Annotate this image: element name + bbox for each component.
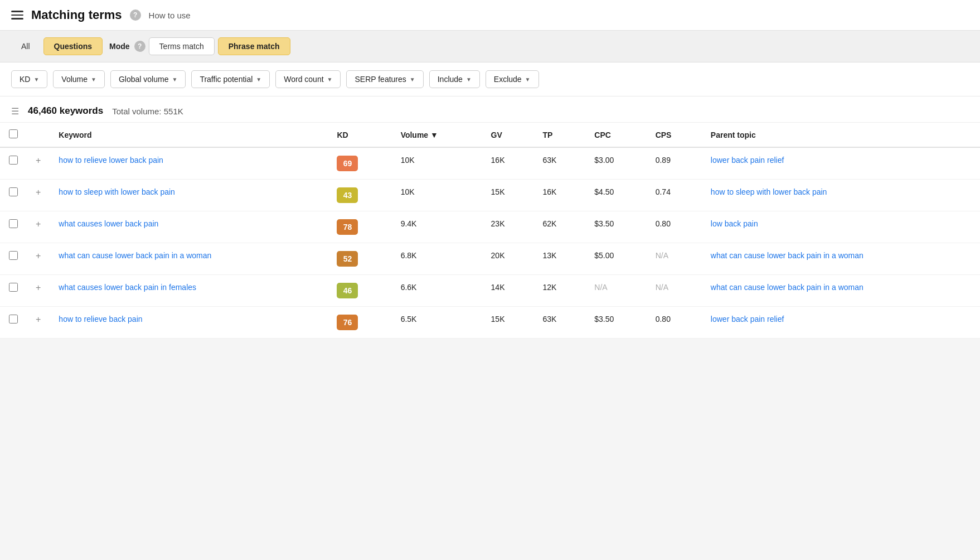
keyword-link-5[interactable]: how to relieve back pain xyxy=(59,315,142,324)
table-header-row: Keyword KD Volume ▼ GV TP CPC CPS Parent… xyxy=(0,123,980,147)
table-container: Keyword KD Volume ▼ GV TP CPC CPS Parent… xyxy=(0,123,980,339)
row-cps-cell: 0.80 xyxy=(647,307,702,339)
row-add-button-5[interactable]: + xyxy=(36,315,41,325)
page-title: Matching terms xyxy=(31,8,122,22)
mode-help-icon[interactable]: ? xyxy=(134,41,145,52)
filter-exclude[interactable]: Exclude ▼ xyxy=(486,70,539,88)
parent-topic-link-2[interactable]: low back pain xyxy=(711,219,758,228)
row-tp-cell: 63K xyxy=(533,147,585,180)
row-plus-cell: + xyxy=(27,211,50,243)
row-checkbox-0[interactable] xyxy=(9,156,18,165)
row-keyword-cell: what causes lower back pain in females xyxy=(50,275,328,307)
serp-features-dropdown-arrow: ▼ xyxy=(410,76,415,83)
tabs-bar: All Questions Mode ? Terms match Phrase … xyxy=(0,31,980,62)
volume-dropdown-arrow: ▼ xyxy=(91,76,96,83)
table-row: +how to relieve back pain766.5K15K63K$3.… xyxy=(0,307,980,339)
filter-volume-label: Volume xyxy=(61,75,88,84)
tab-questions[interactable]: Questions xyxy=(43,37,103,55)
row-checkbox-cell xyxy=(0,243,27,275)
row-checkbox-5[interactable] xyxy=(9,315,18,324)
row-cpc-cell: $3.50 xyxy=(585,307,646,339)
row-add-button-4[interactable]: + xyxy=(36,283,41,293)
include-dropdown-arrow: ▼ xyxy=(466,76,472,83)
keyword-link-3[interactable]: what can cause lower back pain in a woma… xyxy=(59,251,211,260)
row-keyword-cell: how to relieve back pain xyxy=(50,307,328,339)
tab-terms-match[interactable]: Terms match xyxy=(149,37,215,55)
row-gv-cell: 14K xyxy=(482,275,534,307)
col-header-parent-topic: Parent topic xyxy=(702,123,980,147)
col-header-gv: GV xyxy=(482,123,534,147)
col-header-kd: KD xyxy=(328,123,391,147)
keyword-link-2[interactable]: what causes lower back pain xyxy=(59,219,158,228)
parent-topic-link-5[interactable]: lower back pain relief xyxy=(711,315,784,324)
col-header-checkbox xyxy=(0,123,27,147)
parent-topic-link-3[interactable]: what can cause lower back pain in a woma… xyxy=(711,251,863,260)
row-checkbox-2[interactable] xyxy=(9,219,18,228)
filter-include-label: Include xyxy=(438,75,463,84)
parent-topic-link-4[interactable]: what can cause lower back pain in a woma… xyxy=(711,283,863,292)
row-checkbox-cell xyxy=(0,275,27,307)
row-plus-cell: + xyxy=(27,307,50,339)
col-header-keyword: Keyword xyxy=(50,123,328,147)
row-add-button-0[interactable]: + xyxy=(36,156,41,166)
row-tp-cell: 62K xyxy=(533,211,585,243)
row-tp-cell: 16K xyxy=(533,180,585,211)
row-kd-cell: 78 xyxy=(328,211,391,243)
row-add-button-1[interactable]: + xyxy=(36,187,41,197)
sort-icon[interactable]: ☰ xyxy=(11,106,19,117)
col-header-volume[interactable]: Volume ▼ xyxy=(392,123,482,147)
parent-topic-link-0[interactable]: lower back pain relief xyxy=(711,156,784,165)
keyword-link-4[interactable]: what causes lower back pain in females xyxy=(59,283,196,292)
kd-badge-5: 76 xyxy=(337,315,358,330)
keyword-link-0[interactable]: how to relieve lower back pain xyxy=(59,156,163,165)
row-plus-cell: + xyxy=(27,180,50,211)
row-cps-cell: 0.89 xyxy=(647,147,702,180)
tab-phrase-match[interactable]: Phrase match xyxy=(218,37,290,55)
row-checkbox-1[interactable] xyxy=(9,187,18,196)
row-cps-cell: N/A xyxy=(647,243,702,275)
hamburger-icon[interactable] xyxy=(11,11,23,20)
row-add-button-2[interactable]: + xyxy=(36,219,41,229)
tab-all[interactable]: All xyxy=(11,38,40,55)
row-parent-topic-cell: lower back pain relief xyxy=(702,307,980,339)
row-tp-cell: 63K xyxy=(533,307,585,339)
row-cps-cell: 0.74 xyxy=(647,180,702,211)
parent-topic-link-1[interactable]: how to sleep with lower back pain xyxy=(711,187,827,196)
mode-label: Mode xyxy=(109,42,130,51)
keyword-link-1[interactable]: how to sleep with lower back pain xyxy=(59,187,175,196)
row-add-button-3[interactable]: + xyxy=(36,251,41,261)
filter-include[interactable]: Include ▼ xyxy=(429,70,480,88)
filter-volume[interactable]: Volume ▼ xyxy=(53,70,105,88)
row-kd-cell: 43 xyxy=(328,180,391,211)
select-all-checkbox[interactable] xyxy=(9,129,18,138)
row-cps-cell: 0.80 xyxy=(647,211,702,243)
how-to-use-link[interactable]: How to use xyxy=(149,11,191,20)
row-checkbox-3[interactable] xyxy=(9,251,18,260)
row-parent-topic-cell: what can cause lower back pain in a woma… xyxy=(702,243,980,275)
help-icon[interactable]: ? xyxy=(130,9,141,21)
table-row: +what can cause lower back pain in a wom… xyxy=(0,243,980,275)
filter-serp-features[interactable]: SERP features ▼ xyxy=(346,70,423,88)
row-cpc-cell: $3.50 xyxy=(585,211,646,243)
row-keyword-cell: how to relieve lower back pain xyxy=(50,147,328,180)
row-keyword-cell: how to sleep with lower back pain xyxy=(50,180,328,211)
row-checkbox-4[interactable] xyxy=(9,283,18,292)
row-checkbox-cell xyxy=(0,147,27,180)
row-cps-cell: N/A xyxy=(647,275,702,307)
row-gv-cell: 23K xyxy=(482,211,534,243)
table-row: +what causes lower back pain in females4… xyxy=(0,275,980,307)
keywords-table: Keyword KD Volume ▼ GV TP CPC CPS Parent… xyxy=(0,123,980,339)
row-kd-cell: 76 xyxy=(328,307,391,339)
filter-traffic-potential[interactable]: Traffic potential ▼ xyxy=(191,70,270,88)
filter-global-volume[interactable]: Global volume ▼ xyxy=(110,70,186,88)
row-plus-cell: + xyxy=(27,147,50,180)
table-row: +what causes lower back pain789.4K23K62K… xyxy=(0,211,980,243)
filter-word-count[interactable]: Word count ▼ xyxy=(275,70,341,88)
row-checkbox-cell xyxy=(0,307,27,339)
filter-kd[interactable]: KD ▼ xyxy=(11,70,47,88)
row-volume-cell: 6.8K xyxy=(392,243,482,275)
kd-badge-3: 52 xyxy=(337,251,358,267)
row-gv-cell: 20K xyxy=(482,243,534,275)
row-tp-cell: 13K xyxy=(533,243,585,275)
row-cpc-cell: $3.00 xyxy=(585,147,646,180)
